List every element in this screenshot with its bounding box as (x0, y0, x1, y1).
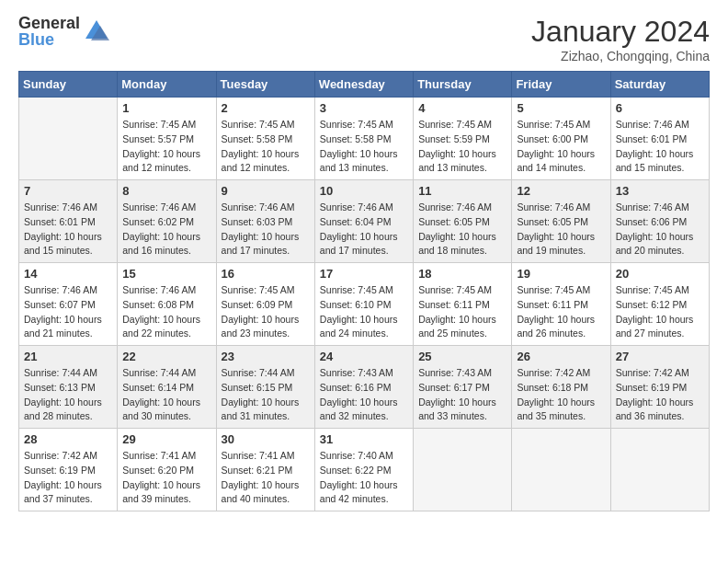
day-number: 18 (418, 267, 506, 281)
day-number: 2 (222, 101, 310, 115)
calendar-cell: 27Sunrise: 7:42 AMSunset: 6:19 PMDayligh… (610, 346, 709, 429)
day-info: Sunrise: 7:42 AMSunset: 6:19 PMDaylight:… (24, 449, 112, 507)
header: General Blue January 2024 Zizhao, Chongq… (18, 15, 710, 63)
day-number: 6 (616, 101, 704, 115)
calendar-cell: 14Sunrise: 7:46 AMSunset: 6:07 PMDayligh… (19, 263, 118, 346)
calendar-cell: 3Sunrise: 7:45 AMSunset: 5:58 PMDaylight… (314, 98, 413, 180)
calendar-cell: 7Sunrise: 7:46 AMSunset: 6:01 PMDaylight… (19, 180, 118, 263)
weekday-header-friday: Friday (512, 72, 610, 98)
calendar-cell: 10Sunrise: 7:46 AMSunset: 6:04 PMDayligh… (314, 180, 413, 263)
day-info: Sunrise: 7:44 AMSunset: 6:15 PMDaylight:… (222, 366, 310, 424)
calendar-cell: 13Sunrise: 7:46 AMSunset: 6:06 PMDayligh… (610, 180, 709, 263)
calendar-cell: 8Sunrise: 7:46 AMSunset: 6:02 PMDaylight… (118, 180, 216, 263)
day-number: 26 (517, 350, 605, 363)
day-info: Sunrise: 7:45 AMSunset: 6:10 PMDaylight:… (320, 283, 408, 341)
calendar-cell: 16Sunrise: 7:45 AMSunset: 6:09 PMDayligh… (216, 263, 314, 346)
weekday-header-row: SundayMondayTuesdayWednesdayThursdayFrid… (19, 72, 710, 98)
day-info: Sunrise: 7:45 AMSunset: 6:09 PMDaylight:… (222, 283, 310, 341)
day-info: Sunrise: 7:45 AMSunset: 5:58 PMDaylight:… (320, 118, 408, 176)
day-info: Sunrise: 7:46 AMSunset: 6:03 PMDaylight:… (222, 201, 310, 259)
weekday-header-saturday: Saturday (610, 72, 709, 98)
calendar-cell: 24Sunrise: 7:43 AMSunset: 6:16 PMDayligh… (314, 346, 413, 429)
day-number: 15 (122, 267, 210, 281)
calendar-cell: 12Sunrise: 7:46 AMSunset: 6:05 PMDayligh… (512, 180, 610, 263)
calendar-cell (19, 98, 118, 180)
calendar-cell: 20Sunrise: 7:45 AMSunset: 6:12 PMDayligh… (610, 263, 709, 346)
calendar-cell: 4Sunrise: 7:45 AMSunset: 5:59 PMDaylight… (414, 98, 512, 180)
day-info: Sunrise: 7:45 AMSunset: 5:58 PMDaylight:… (222, 118, 310, 176)
day-number: 4 (418, 101, 506, 115)
calendar-cell: 28Sunrise: 7:42 AMSunset: 6:19 PMDayligh… (19, 429, 118, 511)
calendar-cell: 1Sunrise: 7:45 AMSunset: 5:57 PMDaylight… (118, 98, 216, 180)
day-info: Sunrise: 7:42 AMSunset: 6:18 PMDaylight:… (517, 366, 605, 424)
day-number: 5 (517, 101, 605, 115)
calendar-week-row: 14Sunrise: 7:46 AMSunset: 6:07 PMDayligh… (19, 263, 710, 346)
day-number: 31 (320, 432, 408, 446)
day-number: 28 (24, 432, 112, 446)
day-number: 25 (418, 350, 506, 363)
calendar-cell: 22Sunrise: 7:44 AMSunset: 6:14 PMDayligh… (118, 346, 216, 429)
day-info: Sunrise: 7:41 AMSunset: 6:20 PMDaylight:… (122, 449, 210, 507)
logo-blue: Blue (18, 31, 80, 48)
day-number: 3 (320, 101, 408, 115)
day-number: 22 (122, 350, 210, 363)
weekday-header-sunday: Sunday (19, 72, 118, 98)
day-number: 30 (222, 432, 310, 446)
calendar-cell: 31Sunrise: 7:40 AMSunset: 6:22 PMDayligh… (314, 429, 413, 511)
day-info: Sunrise: 7:45 AMSunset: 5:59 PMDaylight:… (418, 118, 506, 176)
calendar-week-row: 21Sunrise: 7:44 AMSunset: 6:13 PMDayligh… (19, 346, 710, 429)
month-title: January 2024 (531, 15, 710, 49)
day-number: 20 (616, 267, 704, 281)
day-info: Sunrise: 7:42 AMSunset: 6:19 PMDaylight:… (616, 366, 704, 424)
day-number: 19 (517, 267, 605, 281)
day-number: 16 (222, 267, 310, 281)
calendar-cell (414, 429, 512, 511)
calendar-cell: 15Sunrise: 7:46 AMSunset: 6:08 PMDayligh… (118, 263, 216, 346)
day-number: 9 (222, 184, 310, 198)
day-info: Sunrise: 7:45 AMSunset: 5:57 PMDaylight:… (122, 118, 210, 176)
day-number: 29 (122, 432, 210, 446)
logo-general: General (18, 15, 80, 31)
day-info: Sunrise: 7:46 AMSunset: 6:06 PMDaylight:… (616, 201, 704, 259)
calendar-cell: 18Sunrise: 7:45 AMSunset: 6:11 PMDayligh… (414, 263, 512, 346)
day-number: 12 (517, 184, 605, 198)
day-info: Sunrise: 7:45 AMSunset: 6:11 PMDaylight:… (418, 283, 506, 341)
logo-icon (84, 18, 109, 44)
weekday-header-wednesday: Wednesday (314, 72, 413, 98)
day-number: 7 (24, 184, 112, 198)
logo: General Blue (18, 15, 109, 48)
calendar-table: SundayMondayTuesdayWednesdayThursdayFrid… (18, 71, 710, 511)
logo-text: General Blue (18, 15, 80, 48)
day-number: 10 (320, 184, 408, 198)
location: Zizhao, Chongqing, China (531, 49, 710, 63)
calendar-cell: 23Sunrise: 7:44 AMSunset: 6:15 PMDayligh… (216, 346, 314, 429)
day-number: 27 (616, 350, 704, 363)
day-info: Sunrise: 7:46 AMSunset: 6:08 PMDaylight:… (122, 283, 210, 341)
day-info: Sunrise: 7:45 AMSunset: 6:00 PMDaylight:… (517, 118, 605, 176)
calendar-week-row: 1Sunrise: 7:45 AMSunset: 5:57 PMDaylight… (19, 98, 710, 180)
calendar-cell: 19Sunrise: 7:45 AMSunset: 6:11 PMDayligh… (512, 263, 610, 346)
calendar-cell (512, 429, 610, 511)
day-info: Sunrise: 7:45 AMSunset: 6:11 PMDaylight:… (517, 283, 605, 341)
day-number: 21 (24, 350, 112, 363)
day-info: Sunrise: 7:44 AMSunset: 6:13 PMDaylight:… (24, 366, 112, 424)
day-info: Sunrise: 7:46 AMSunset: 6:07 PMDaylight:… (24, 283, 112, 341)
day-info: Sunrise: 7:43 AMSunset: 6:17 PMDaylight:… (418, 366, 506, 424)
calendar-cell: 21Sunrise: 7:44 AMSunset: 6:13 PMDayligh… (19, 346, 118, 429)
calendar-cell: 6Sunrise: 7:46 AMSunset: 6:01 PMDaylight… (610, 98, 709, 180)
calendar-cell: 25Sunrise: 7:43 AMSunset: 6:17 PMDayligh… (414, 346, 512, 429)
calendar-cell: 9Sunrise: 7:46 AMSunset: 6:03 PMDaylight… (216, 180, 314, 263)
calendar-week-row: 28Sunrise: 7:42 AMSunset: 6:19 PMDayligh… (19, 429, 710, 511)
title-area: January 2024 Zizhao, Chongqing, China (531, 15, 710, 63)
day-number: 24 (320, 350, 408, 363)
calendar-cell: 5Sunrise: 7:45 AMSunset: 6:00 PMDaylight… (512, 98, 610, 180)
calendar-cell: 17Sunrise: 7:45 AMSunset: 6:10 PMDayligh… (314, 263, 413, 346)
weekday-header-tuesday: Tuesday (216, 72, 314, 98)
calendar-cell: 30Sunrise: 7:41 AMSunset: 6:21 PMDayligh… (216, 429, 314, 511)
day-info: Sunrise: 7:46 AMSunset: 6:05 PMDaylight:… (418, 201, 506, 259)
day-number: 11 (418, 184, 506, 198)
calendar-cell: 29Sunrise: 7:41 AMSunset: 6:20 PMDayligh… (118, 429, 216, 511)
day-info: Sunrise: 7:44 AMSunset: 6:14 PMDaylight:… (122, 366, 210, 424)
day-info: Sunrise: 7:45 AMSunset: 6:12 PMDaylight:… (616, 283, 704, 341)
day-number: 8 (122, 184, 210, 198)
